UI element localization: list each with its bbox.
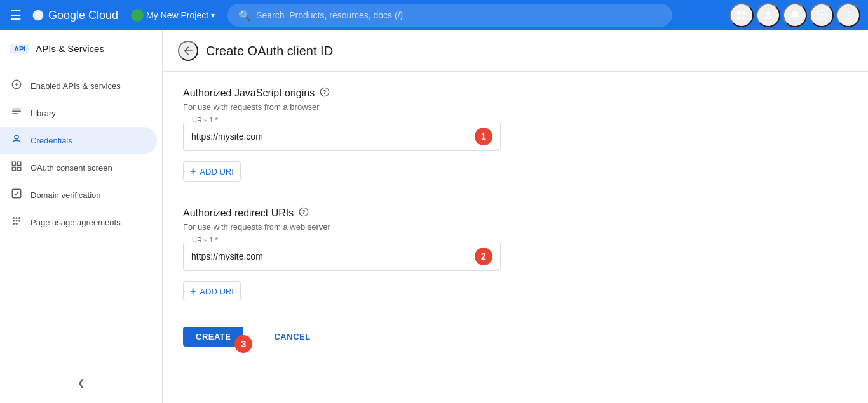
js-origins-input-row: 1 [183, 122, 501, 151]
svg-point-9 [848, 15, 850, 17]
svg-rect-15 [12, 111, 21, 112]
help-icon: ? [816, 10, 827, 21]
svg-rect-19 [18, 162, 21, 165]
project-name: My New Project [146, 10, 208, 20]
project-selector[interactable]: My New Project ▾ [126, 6, 220, 24]
top-navigation: ☰ Google Cloud My New Project ▾ 🔍 [0, 0, 868, 30]
sidebar-header-title: APIs & Services [36, 43, 104, 54]
content-header: Create OAuth client ID [163, 30, 868, 72]
svg-rect-18 [12, 162, 15, 165]
svg-point-24 [16, 220, 18, 222]
js-origins-add-uri-label: ADD URI [200, 167, 233, 176]
sidebar-divider [0, 67, 162, 67]
sidebar-item-label: Library [31, 109, 56, 118]
sidebar-item-page-usage[interactable]: Page usage agreements [0, 209, 157, 236]
svg-text:?: ? [820, 12, 824, 19]
svg-point-26 [13, 217, 15, 219]
redirect-uris-section: Authorized redirect URIs ? For use with … [183, 207, 848, 301]
back-button[interactable] [178, 41, 198, 61]
svg-point-10 [848, 18, 850, 20]
back-arrow-icon [182, 44, 194, 57]
credentials-icon [10, 133, 23, 148]
create-badge: 3 [234, 335, 252, 353]
svg-point-17 [15, 135, 18, 139]
search-input[interactable] [256, 10, 661, 20]
help-icon-button[interactable]: ? [810, 3, 834, 27]
sidebar-item-domain-verification[interactable]: Domain verification [0, 182, 157, 209]
sidebar-item-oauth-consent[interactable]: OAuth consent screen [0, 154, 157, 182]
redirect-uris-title: Authorized redirect URIs ? [183, 207, 848, 220]
svg-rect-4 [743, 17, 746, 20]
help-circle-icon-2: ? [299, 207, 309, 217]
person-icon-button[interactable] [756, 3, 780, 27]
google-cloud-logo[interactable]: Google Cloud [32, 9, 118, 22]
svg-text:?: ? [302, 209, 306, 215]
js-origins-field-1: URIs 1 * 1 [183, 122, 501, 151]
bell-icon [789, 10, 801, 21]
bell-icon-button[interactable] [783, 3, 807, 27]
redirect-uris-badge: 2 [475, 248, 492, 265]
svg-text:?: ? [323, 89, 327, 95]
logo-text: Google Cloud [48, 9, 118, 22]
svg-rect-3 [737, 17, 740, 20]
redirect-uris-field-label: URIs 1 * [189, 236, 220, 244]
redirect-uris-help-icon[interactable]: ? [299, 207, 309, 220]
svg-rect-2 [743, 11, 746, 14]
cancel-button[interactable]: CANCEL [266, 327, 318, 347]
svg-point-23 [13, 220, 15, 222]
js-origins-input[interactable] [191, 131, 475, 142]
js-origins-description: For use with requests from a browser [183, 102, 848, 112]
library-icon [10, 106, 23, 121]
redirect-uris-input-row: 2 [183, 242, 501, 271]
more-icon-button[interactable] [836, 3, 860, 27]
js-origins-title: Authorized JavaScript origins ? [183, 87, 848, 100]
grid-icon [736, 10, 747, 21]
oauth-consent-icon [10, 161, 23, 175]
svg-point-5 [766, 11, 770, 15]
help-circle-icon: ? [320, 87, 330, 97]
sidebar-item-credentials[interactable]: Credentials [0, 127, 157, 154]
domain-verification-icon [10, 188, 23, 202]
sidebar: API APIs & Services Enabled APIs & servi… [0, 30, 163, 403]
redirect-uris-add-uri-label: ADD URI [200, 287, 233, 296]
js-origins-help-icon[interactable]: ? [320, 87, 330, 100]
page-title: Create OAuth client ID [206, 44, 333, 58]
sidebar-item-label: OAuth consent screen [31, 163, 112, 173]
svg-rect-1 [737, 11, 740, 14]
grid-icon-button[interactable] [729, 3, 754, 27]
more-vert-icon [843, 10, 854, 21]
svg-point-30 [16, 223, 18, 225]
redirect-uris-title-text: Authorized redirect URIs [183, 208, 294, 219]
js-origins-add-uri-button[interactable]: + ADD URI [183, 161, 241, 182]
chevron-down-icon: ▾ [211, 11, 215, 20]
star-icon [133, 11, 141, 19]
search-icon: 🔍 [238, 10, 251, 22]
redirect-uris-add-uri-button[interactable]: + ADD URI [183, 281, 241, 301]
js-origins-field-label: URIs 1 * [189, 116, 220, 124]
svg-rect-14 [12, 109, 21, 110]
sidebar-item-library[interactable]: Library [0, 100, 157, 127]
menu-icon[interactable]: ☰ [8, 5, 24, 25]
redirect-uris-field-1: URIs 1 * 2 [183, 242, 501, 271]
redirect-uris-input[interactable] [191, 251, 475, 261]
svg-point-29 [13, 223, 15, 225]
sidebar-header: API APIs & Services [0, 36, 162, 62]
person-icon [763, 10, 774, 21]
js-origins-title-text: Authorized JavaScript origins [183, 88, 315, 99]
js-origins-badge: 1 [475, 128, 492, 145]
api-badge: API [10, 44, 29, 54]
content-body: Authorized JavaScript origins ? For use … [163, 72, 868, 362]
sidebar-item-label: Enabled APIs & services [31, 81, 121, 91]
google-cloud-icon [32, 9, 44, 22]
svg-rect-20 [12, 168, 15, 171]
sidebar-item-label: Page usage agreements [31, 218, 121, 227]
js-origins-section: Authorized JavaScript origins ? For use … [183, 87, 848, 182]
sidebar-item-enabled-apis[interactable]: Enabled APIs & services [0, 72, 157, 100]
main-content: Create OAuth client ID Authorized JavaSc… [163, 30, 868, 403]
search-bar: 🔍 [227, 4, 672, 27]
action-row: CREATE 3 CANCEL [183, 327, 848, 347]
svg-point-28 [18, 217, 20, 219]
svg-rect-16 [12, 113, 18, 114]
collapse-sidebar-button[interactable]: ❮ [0, 373, 162, 393]
page-usage-icon [10, 215, 23, 230]
